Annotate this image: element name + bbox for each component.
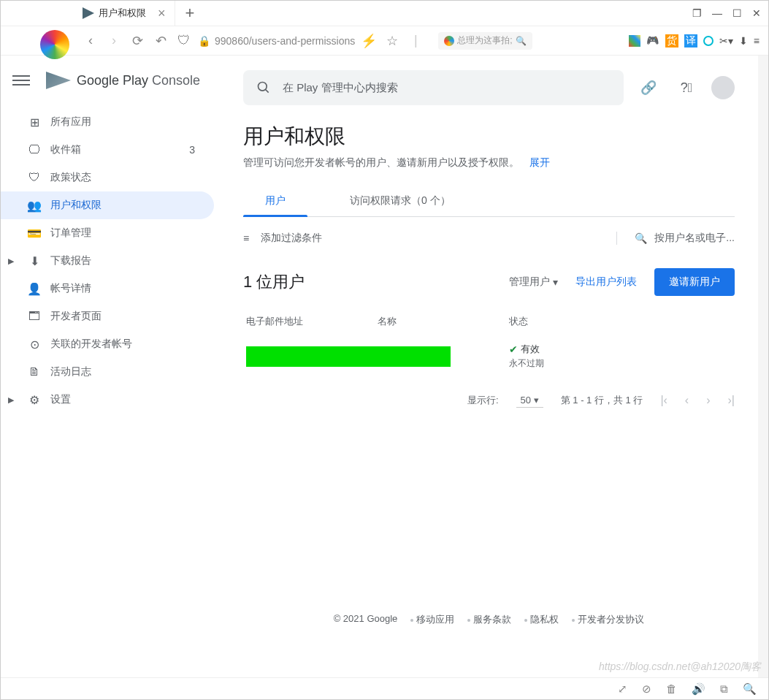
tab-users[interactable]: 用户 [243,186,307,216]
user-row[interactable]: ✔有效 永不过期 [243,334,735,378]
close-window-icon[interactable]: ✕ [752,7,761,19]
page-last-icon[interactable]: ›| [728,394,735,407]
nav-developer-page[interactable]: 🗔开发者页面 [1,303,214,330]
minimize-icon[interactable]: — [712,7,722,19]
nav-users-permissions[interactable]: 👥用户和权限 [1,191,214,219]
filter-search-placeholder: 按用户名或电子... [654,232,735,245]
secondary-search[interactable]: 总理为这事拍; 🔍 [438,32,532,50]
browser-titlebar: 用户和权限 × + ❐ — ☐ ✕ [1,1,768,26]
reload-icon[interactable]: ⟳ [128,33,147,49]
nav-inbox[interactable]: 🖵收件箱3 [1,136,214,164]
page-subtitle: 管理可访问您开发者帐号的用户、邀请新用户以及授予权限。 展开 [243,156,735,170]
address-text: 990860/users-and-permissions [215,35,355,47]
grid-icon[interactable] [629,35,640,47]
sidebar: Google Play Console ⊞所有应用 🖵收件箱3 🛡政策状态 👥用… [1,56,220,677]
status-icon-1[interactable]: ⤢ [618,682,627,696]
shield-icon[interactable]: 🛡 [175,33,194,48]
browser-toolbar: ‹ › ⟳ ↶ 🛡 🔒 990860/users-and-permissions… [1,26,768,56]
star-icon[interactable]: ☆ [383,33,402,49]
rows-select[interactable]: 50 ▾ [516,393,543,408]
yi-icon[interactable]: 译 [684,34,697,47]
browser-tab[interactable]: 用户和权限 × [74,1,175,26]
status-search-icon[interactable]: 🔍 [743,682,757,696]
col-email: 电子邮件地址 [246,315,378,328]
nav-policy[interactable]: 🛡政策状态 [1,164,214,191]
expand-link[interactable]: 展开 [529,156,550,168]
footer-link-privacy[interactable]: 隐私权 [524,613,559,626]
tab-title: 用户和权限 [99,7,146,20]
scrollbar[interactable] [758,56,768,677]
download-icon: ⬇ [27,254,42,268]
forward-icon[interactable]: › [104,33,123,48]
q-icon [444,36,454,46]
tab-requests[interactable]: 访问权限请求（0 个） [328,186,473,216]
new-tab-button[interactable]: + [185,4,195,23]
nav-download-reports[interactable]: ▶⬇下载报告 [1,247,214,275]
users-icon: 👥 [27,199,42,213]
scissors-icon[interactable]: ✂▾ [719,35,733,47]
svg-point-0 [259,83,267,91]
range-label: 第 1 - 1 行，共 1 行 [561,394,643,407]
nav-associated-accounts[interactable]: ⊙关联的开发者帐号 [1,330,214,358]
export-users-link[interactable]: 导出用户列表 [575,275,637,289]
link-icon[interactable]: 🔗 [635,75,662,101]
status-icon-2[interactable]: ⊘ [642,682,651,696]
manage-users-dropdown[interactable]: 管理用户 ▾ [509,275,558,289]
history-icon[interactable]: ↶ [151,33,170,49]
svg-line-1 [266,90,269,93]
col-name: 名称 [378,315,509,328]
page-title: 用户和权限 [243,123,735,151]
play-triangle-icon [46,72,71,89]
huo-icon[interactable]: 货 [665,34,678,47]
play-icon [83,7,94,19]
download-arrow-icon[interactable]: ⬇ [739,35,748,47]
watermark: https://blog.csdn.net@ah12020陶客 [599,661,761,674]
chevron-right-icon: ▶ [8,395,14,405]
person-icon: 👤 [27,282,42,296]
address-bar[interactable]: 🔒 990860/users-and-permissions [198,35,355,47]
game-icon[interactable]: 🎮 [646,34,659,47]
nav-all-apps[interactable]: ⊞所有应用 [1,108,214,136]
flash-icon[interactable]: ⚡ [359,33,378,49]
help-icon[interactable]: ?⃝ [673,75,700,101]
shield-icon: 🛡 [27,171,42,184]
nav-settings[interactable]: ▶⚙设置 [1,386,214,414]
page-prev-icon[interactable]: ‹ [685,394,689,407]
nav-activity-log[interactable]: 🗎活动日志 [1,358,214,386]
check-icon: ✔ [509,343,518,355]
filter-icon[interactable]: ≡ [243,232,249,244]
restore-icon[interactable]: ❐ [692,7,702,19]
table-header: 电子邮件地址 名称 状态 [243,309,735,334]
copyright: © 2021 Google [334,613,398,626]
tabs: 用户 访问权限请求（0 个） [243,186,735,217]
search-placeholder: 在 Play 管理中心内搜索 [283,81,398,95]
nav-orders[interactable]: 💳订单管理 [1,219,214,247]
status-sound-icon[interactable]: 🔊 [692,682,705,696]
menu-icon[interactable]: ≡ [754,35,760,47]
search-icon [256,80,271,95]
search-icon: 🔍 [516,36,527,46]
circle-icon[interactable] [703,36,713,46]
status-trash-icon[interactable]: 🗑 [666,682,677,695]
expiry-label: 永不过期 [509,357,597,370]
main-search[interactable]: 在 Play 管理中心内搜索 [243,70,624,105]
avatar[interactable] [711,76,735,99]
close-icon[interactable]: × [158,6,166,21]
footer-link-distribution[interactable]: 开发者分发协议 [572,613,644,626]
main-content: 在 Play 管理中心内搜索 🔗 ?⃝ 用户和权限 管理可访问您开发者帐号的用户… [220,56,758,677]
footer-link-terms[interactable]: 服务条款 [467,613,511,626]
nav-account-details[interactable]: 👤帐号详情 [1,275,214,303]
add-filter-label[interactable]: 添加过滤条件 [261,232,322,245]
filter-search[interactable]: 🔍 按用户名或电子... [616,232,735,245]
invite-user-button[interactable]: 邀请新用户 [654,268,735,296]
hamburger-icon[interactable] [12,75,30,85]
footer-link-mobile[interactable]: 移动应用 [410,613,454,626]
search-icon: 🔍 [635,232,647,244]
status-copy-icon[interactable]: ⧉ [720,682,728,696]
page-next-icon[interactable]: › [706,394,710,407]
console-logo[interactable]: Google Play Console [46,72,200,89]
maximize-icon[interactable]: ☐ [732,7,742,19]
page-first-icon[interactable]: |‹ [660,394,667,407]
back-icon[interactable]: ‹ [81,33,100,48]
statusbar: ⤢ ⊘ 🗑 🔊 ⧉ 🔍 [1,677,768,699]
